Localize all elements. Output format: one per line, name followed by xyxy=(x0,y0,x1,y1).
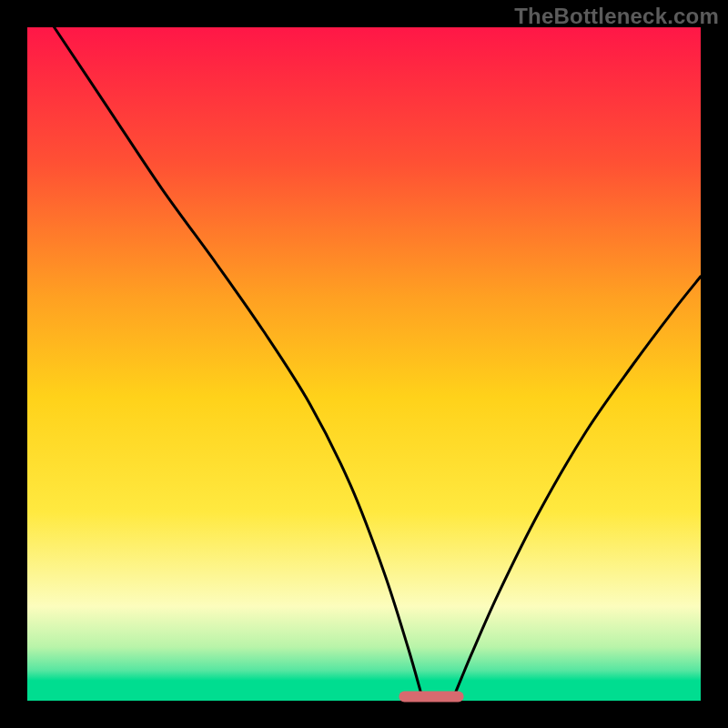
chart-svg xyxy=(0,0,728,728)
watermark-text: TheBottleneck.com xyxy=(514,4,719,29)
plot-area xyxy=(27,27,701,701)
chart-frame: TheBottleneck.com xyxy=(0,0,728,728)
